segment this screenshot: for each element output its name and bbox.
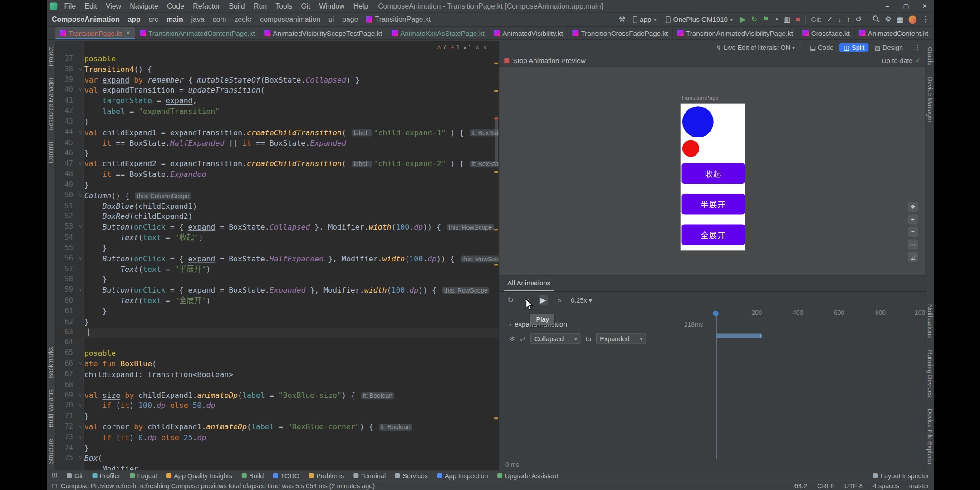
debug-button[interactable]: ⚑ [762, 15, 769, 23]
tool-stripe-resource-manager[interactable]: Resource Manager [47, 78, 54, 131]
code-line[interactable]: 63 [55, 327, 499, 338]
tab-crossfade-kt[interactable]: Crossfade.kt [798, 27, 855, 39]
event-log-icon[interactable]: ▤ [52, 482, 57, 489]
tool-button-problems[interactable]: Problems [309, 471, 344, 479]
code-line[interactable]: 75∨Box( [55, 453, 499, 464]
code-line[interactable]: 68 [55, 380, 499, 390]
loop-playback-button[interactable]: ↻ [505, 295, 515, 305]
breadcrumb-item-ui[interactable]: ui [328, 15, 334, 23]
breadcrumb-item-transitionpage-kt[interactable]: TransitionPage.kt [366, 15, 431, 23]
tool-button-terminal[interactable]: Terminal [353, 471, 386, 479]
zoom-out-button[interactable]: − [908, 227, 918, 237]
stop-button[interactable]: ■ [796, 15, 800, 23]
code-line[interactable]: 49} [55, 180, 499, 191]
breadcrumb-item-app[interactable]: app [128, 15, 141, 23]
encoding[interactable]: UTF-8 [844, 481, 863, 489]
tool-stripe-device-manager[interactable]: Device Manager [926, 77, 933, 122]
code-line[interactable]: 41 targetState = expand, [55, 96, 499, 106]
zoom-in-button[interactable]: + [908, 214, 918, 224]
preview-button-[interactable]: 半展开 [681, 194, 745, 214]
line-ending[interactable]: CRLF [817, 481, 834, 489]
code-line[interactable]: 47∨val childExpand2 = expandTransition.c… [55, 159, 499, 169]
code-line[interactable]: 60 Text(text = "全展开") [55, 296, 499, 306]
code-line[interactable]: 61 } [55, 306, 499, 317]
code-line[interactable]: 56∨ Button(onClick = { expand = BoxState… [55, 254, 499, 264]
code-editor[interactable]: 37posable38∨Transition4() {39var expand … [55, 41, 499, 470]
code-line[interactable]: 57 Text(text = "半展开") [55, 264, 499, 274]
freeze-icon[interactable]: ❄ [509, 335, 515, 343]
menu-tools[interactable]: Tools [271, 2, 297, 10]
device-manager-button[interactable]: ▥ [784, 15, 791, 23]
inspections-widget[interactable]: ⚠7⚠1●1∧∨ [434, 43, 490, 51]
breadcrumb-item-java[interactable]: java [191, 15, 205, 23]
menu-code[interactable]: Code [162, 2, 188, 10]
profiler-button[interactable]: ◔ [774, 15, 779, 23]
tab-transitionanimatedvisibilitypage-kt[interactable]: TransitionAnimatedVisibilityPage.kt [673, 27, 798, 39]
to-state-select[interactable]: Expanded ▾ [596, 333, 646, 344]
run-button[interactable]: ▶ [740, 15, 746, 23]
tab-close-icon[interactable]: ✕ [126, 30, 130, 36]
live-edit-toggle[interactable]: ↯ Live Edit of literals: ON ▾ [716, 44, 795, 51]
preview-button-[interactable]: 全展开 [681, 225, 745, 245]
preview-canvas[interactable]: TransitionPage 收起半展开全展开 ❖+−1:1◱ [499, 67, 925, 275]
menu-navigate[interactable]: Navigate [126, 2, 163, 10]
code-line[interactable]: 64 [55, 338, 499, 348]
prev-highlight-icon[interactable]: ∧ [475, 44, 480, 50]
code-line[interactable]: 59∨ Button(onClick = { expand = BoxState… [55, 285, 499, 295]
playback-speed-select[interactable]: 0.25x▾ [571, 296, 592, 304]
tool-button-todo[interactable]: TODO [273, 471, 299, 479]
stop-icon[interactable] [504, 58, 509, 63]
swap-states-icon[interactable]: ⇄ [520, 335, 526, 343]
device-select[interactable]: OnePlus GM1910▾ [664, 15, 735, 24]
from-state-select[interactable]: Collapsed ▾ [531, 333, 581, 344]
transition-duration-bar[interactable] [716, 334, 762, 338]
tool-stripe-bookmarks[interactable]: Bookmarks [47, 347, 54, 378]
more-options-icon[interactable]: ⋮ [912, 44, 923, 52]
code-line[interactable]: 72∨val corner by childExpand1.animateDp(… [55, 422, 499, 432]
zoom-100-button[interactable]: 1:1 [908, 240, 918, 250]
breadcrumb-item-src[interactable]: src [149, 15, 158, 23]
inspection-weak-warnings[interactable]: ●1 [464, 44, 472, 50]
play-button[interactable]: ▶ [539, 295, 548, 305]
code-line[interactable]: 39var expand by remember { mutableStateO… [55, 75, 499, 85]
tool-stripe-device-file-explorer[interactable]: Device File Explorer [926, 408, 933, 464]
tab-ani[interactable]: Ani [933, 27, 934, 39]
code-line[interactable]: 38∨Transition4() { [55, 64, 499, 75]
code-line[interactable]: 55 } [55, 243, 499, 254]
code-line[interactable]: 73∨ if (it) 0.dp else 25.dp [55, 432, 499, 443]
code-line[interactable]: 51 BoxBlue(childExpand1) [55, 201, 499, 211]
code-line[interactable]: 71} [55, 412, 499, 422]
tool-stripe-notifications[interactable]: Notifications [926, 304, 933, 338]
code-line[interactable]: 58 } [55, 274, 499, 285]
menu-run[interactable]: Run [249, 2, 271, 10]
tab-animatedvisibilityscopetestpage-kt[interactable]: AnimatedVisibilityScopeTestPage.kt [260, 27, 387, 39]
playhead-handle[interactable] [713, 311, 718, 316]
code-line[interactable]: 74} [55, 443, 499, 453]
run-config-select[interactable]: app▾ [630, 15, 659, 24]
git-rollback-button[interactable]: ↺ [855, 15, 862, 23]
tool-button-profiler[interactable]: Profiler [92, 471, 120, 479]
breadcrumb-item-main[interactable]: main [167, 15, 183, 23]
tab-animatedcontent-kt[interactable]: AnimatedContent.kt [855, 27, 933, 39]
code-line[interactable]: 48 it == BoxState.Expanded [55, 169, 499, 180]
preview-button-[interactable]: 收起 [681, 163, 745, 184]
tool-stripe-gradle[interactable]: Gradle [926, 47, 933, 65]
tab-transitionpage-kt[interactable]: TransitionPage.kt✕ [55, 27, 135, 39]
tool-button-build[interactable]: Build [242, 471, 264, 479]
code-line[interactable]: 66∨ate fun BoxBlue( [55, 359, 499, 369]
minimize-button[interactable]: – [878, 3, 897, 10]
caret-position[interactable]: 63:2 [794, 481, 807, 489]
tab-animatedvisibility-kt[interactable]: AnimatedVisibility.kt [489, 27, 568, 39]
menu-edit[interactable]: Edit [80, 2, 102, 10]
maximize-button[interactable]: ▢ [897, 3, 915, 10]
more-options-icon[interactable]: ⋮ [921, 15, 929, 23]
tool-stripe-structure[interactable]: Structure [47, 439, 54, 465]
breadcrumb-item-com[interactable]: com [213, 15, 226, 23]
mode-button-design[interactable]: ▧Design [870, 43, 907, 52]
tool-button-app-quality-insights[interactable]: App Quality Insights [167, 471, 232, 479]
mode-button-code[interactable]: ▤Code [805, 43, 838, 52]
breadcrumb-item-composeanimation[interactable]: composeanimation [260, 15, 320, 23]
code-line[interactable]: 43) [55, 117, 499, 127]
tool-button-app-inspection[interactable]: App Inspection [437, 471, 488, 479]
build-hammer-icon[interactable]: ⚒ [619, 15, 626, 23]
